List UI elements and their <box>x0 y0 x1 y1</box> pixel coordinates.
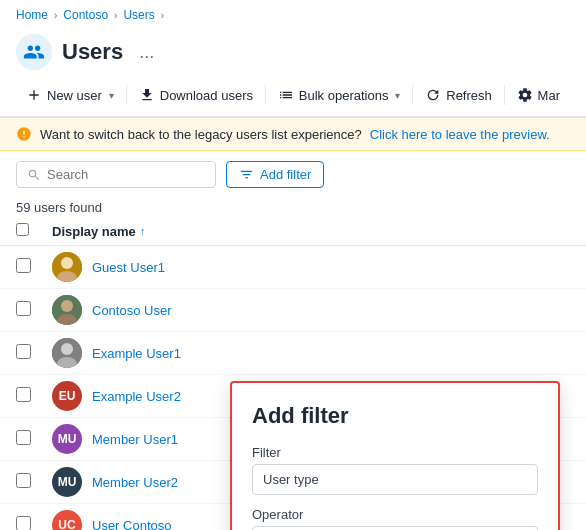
search-icon <box>27 168 41 182</box>
filter-row: Add filter <box>0 151 586 198</box>
download-icon <box>139 87 155 103</box>
row-checkbox[interactable] <box>16 473 31 488</box>
warning-icon <box>16 126 32 142</box>
svg-point-4 <box>61 300 73 312</box>
breadcrumb-users[interactable]: Users <box>123 8 154 22</box>
svg-point-1 <box>61 257 73 269</box>
avatar <box>52 338 82 368</box>
user-name-link[interactable]: Guest User1 <box>92 260 165 275</box>
user-name-link[interactable]: User Contoso <box>92 518 171 531</box>
row-checkbox-wrap[interactable] <box>16 258 52 276</box>
avatar: UC <box>52 510 82 530</box>
search-box <box>16 161 216 188</box>
more-options-button[interactable]: ... <box>133 40 160 65</box>
breadcrumb: Home › Contoso › Users › <box>0 0 586 30</box>
row-checkbox[interactable] <box>16 516 31 530</box>
sep4 <box>504 85 505 105</box>
user-group-svg <box>23 41 45 63</box>
avatar <box>52 295 82 325</box>
column-display-name: Display name ↑ <box>52 224 145 239</box>
user-name-link[interactable]: Example User1 <box>92 346 181 361</box>
sort-arrow[interactable]: ↑ <box>140 225 146 237</box>
download-users-button[interactable]: Download users <box>129 82 263 108</box>
table-header: Display name ↑ <box>0 217 586 246</box>
user-name-link[interactable]: Member User1 <box>92 432 178 447</box>
breadcrumb-home[interactable]: Home <box>16 8 48 22</box>
page-header: Users ... <box>0 30 586 78</box>
avatar: MU <box>52 424 82 454</box>
plus-icon <box>26 87 42 103</box>
user-name-link[interactable]: Contoso User <box>92 303 171 318</box>
avatar <box>52 252 82 282</box>
sep3 <box>412 85 413 105</box>
avatar: EU <box>52 381 82 411</box>
operator-field-label: Operator <box>252 507 538 522</box>
svg-point-7 <box>61 343 73 355</box>
bulk-chevron: ▾ <box>395 90 400 101</box>
operator-select-wrap: == != startsWith contains ▾ <box>252 526 538 530</box>
filter-field-label: Filter <box>252 445 538 460</box>
table-row: Example User1 <box>0 332 586 375</box>
filter-icon <box>239 167 254 182</box>
user-name-link[interactable]: Member User2 <box>92 475 178 490</box>
bulk-operations-button[interactable]: Bulk operations ▾ <box>268 82 411 108</box>
breadcrumb-sep2: › <box>114 10 117 21</box>
row-checkbox-wrap[interactable] <box>16 516 52 530</box>
row-checkbox-wrap[interactable] <box>16 344 52 362</box>
table-row: Guest User1 <box>0 246 586 289</box>
select-all-checkbox[interactable] <box>16 223 29 236</box>
preview-text: Want to switch back to the legacy users … <box>40 127 362 142</box>
users-count: 59 users found <box>0 198 586 217</box>
toolbar: New user ▾ Download users Bulk operation… <box>0 78 586 117</box>
filter-field-input[interactable] <box>252 464 538 495</box>
filter-panel-title: Add filter <box>252 403 538 429</box>
operator-select[interactable]: == != startsWith contains <box>252 526 538 530</box>
avatar-photo <box>52 295 82 325</box>
row-checkbox[interactable] <box>16 387 31 402</box>
table-row: Contoso User <box>0 289 586 332</box>
row-checkbox-wrap[interactable] <box>16 387 52 405</box>
avatar: MU <box>52 467 82 497</box>
row-checkbox-wrap[interactable] <box>16 301 52 319</box>
settings-icon <box>517 87 533 103</box>
bulk-icon <box>278 87 294 103</box>
preview-banner: Want to switch back to the legacy users … <box>0 117 586 151</box>
refresh-button[interactable]: Refresh <box>415 82 502 108</box>
users-icon <box>16 34 52 70</box>
row-checkbox-wrap[interactable] <box>16 430 52 448</box>
row-checkbox[interactable] <box>16 258 31 273</box>
refresh-icon <box>425 87 441 103</box>
row-checkbox-wrap[interactable] <box>16 473 52 491</box>
add-filter-button[interactable]: Add filter <box>226 161 324 188</box>
main-area: Add filter 59 users found Display name ↑… <box>0 151 586 530</box>
manage-button[interactable]: Mar <box>507 82 570 108</box>
sep1 <box>126 85 127 105</box>
row-checkbox[interactable] <box>16 344 31 359</box>
add-filter-panel: Add filter Filter Operator == != startsW… <box>230 381 560 530</box>
page-title: Users <box>62 39 123 65</box>
breadcrumb-sep1: › <box>54 10 57 21</box>
new-user-button[interactable]: New user ▾ <box>16 82 124 108</box>
avatar-photo <box>52 338 82 368</box>
sep2 <box>265 85 266 105</box>
new-user-chevron: ▾ <box>109 90 114 101</box>
breadcrumb-sep3: › <box>161 10 164 21</box>
avatar-photo <box>52 252 82 282</box>
search-input[interactable] <box>47 167 205 182</box>
select-all-check[interactable] <box>16 223 52 239</box>
row-checkbox[interactable] <box>16 430 31 445</box>
row-checkbox[interactable] <box>16 301 31 316</box>
user-name-link[interactable]: Example User2 <box>92 389 181 404</box>
breadcrumb-contoso[interactable]: Contoso <box>63 8 108 22</box>
preview-link[interactable]: Click here to leave the preview. <box>370 127 550 142</box>
